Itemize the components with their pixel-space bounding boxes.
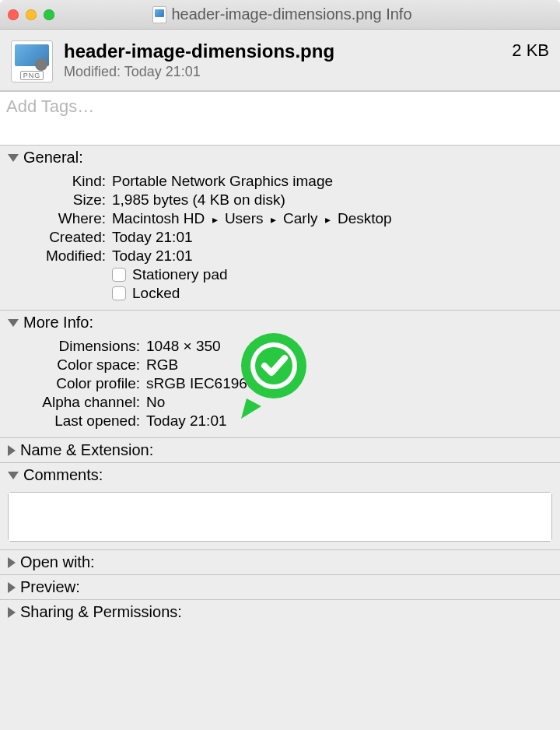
section-open-with: Open with:: [0, 550, 560, 575]
section-name-extension-title: Name & Extension:: [20, 441, 153, 459]
section-preview-title: Preview:: [20, 578, 80, 596]
path-separator-icon: ▸: [325, 213, 331, 226]
kind-label: Kind:: [11, 173, 106, 190]
section-sharing-permissions-title: Sharing & Permissions:: [20, 603, 182, 621]
disclosure-triangle-icon: [8, 582, 16, 593]
comments-box[interactable]: [8, 492, 552, 542]
document-icon: [152, 6, 166, 23]
section-name-extension-header[interactable]: Name & Extension:: [0, 438, 560, 462]
disclosure-triangle-icon: [8, 607, 16, 618]
alpha-value: No: [146, 394, 549, 411]
section-general-title: General:: [23, 149, 83, 167]
dimensions-label: Dimensions:: [11, 338, 140, 355]
section-comments-title: Comments:: [23, 466, 103, 484]
titlebar: header-image-dimensions.png Info: [0, 0, 560, 30]
modified-value: Today 21:01: [124, 64, 201, 79]
colorspace-value: RGB: [146, 356, 549, 374]
where-part: Carly: [283, 210, 317, 226]
tags-input[interactable]: [6, 97, 554, 117]
stationery-pad-row[interactable]: Stationery pad: [112, 266, 549, 283]
comments-input[interactable]: [9, 493, 551, 541]
disclosure-triangle-icon: [8, 557, 16, 568]
colorprofile-value: sRGB IEC61966-2.1: [146, 375, 549, 392]
locked-checkbox[interactable]: [112, 286, 126, 300]
colorspace-label: Color space:: [11, 356, 140, 374]
modified-label: Modified:: [64, 64, 121, 79]
section-open-with-title: Open with:: [20, 553, 95, 571]
header-summary: PNG header-image-dimensions.png Modified…: [0, 30, 560, 91]
colorprofile-label: Color profile:: [11, 375, 140, 392]
info-window: header-image-dimensions.png Info PNG hea…: [0, 0, 560, 730]
section-general: General: Kind: Portable Network Graphics…: [0, 146, 560, 311]
lastopened-value: Today 21:01: [146, 412, 549, 430]
section-more-info-header[interactable]: More Info:: [0, 311, 560, 335]
file-name: header-image-dimensions.png: [64, 40, 501, 62]
modified-label: Modified:: [11, 247, 106, 265]
file-thumbnail-icon: PNG: [11, 40, 53, 82]
section-sharing-permissions: Sharing & Permissions:: [0, 600, 560, 624]
section-preview: Preview:: [0, 575, 560, 600]
section-comments-header[interactable]: Comments:: [0, 463, 560, 487]
modified-value: Today 21:01: [112, 247, 549, 265]
alpha-label: Alpha channel:: [11, 394, 140, 411]
where-value: Macintosh HD ▸ Users ▸ Carly ▸ Desktop: [112, 210, 549, 227]
section-name-extension: Name & Extension:: [0, 438, 560, 463]
section-preview-header[interactable]: Preview:: [0, 575, 560, 599]
stationery-pad-label: Stationery pad: [132, 266, 228, 283]
section-comments: Comments:: [0, 463, 560, 550]
path-separator-icon: ▸: [212, 213, 218, 226]
where-part: Users: [225, 210, 264, 226]
stationery-pad-checkbox[interactable]: [112, 268, 126, 282]
window-title: header-image-dimensions.png Info: [171, 5, 411, 23]
window-title-wrap: header-image-dimensions.png Info: [12, 5, 552, 23]
where-part: Desktop: [338, 210, 392, 226]
where-label: Where:: [11, 210, 106, 227]
created-label: Created:: [11, 229, 106, 246]
kind-value: Portable Network Graphics image: [112, 173, 549, 190]
created-value: Today 21:01: [112, 229, 549, 246]
lastopened-label: Last opened:: [11, 412, 140, 430]
size-value: 1,985 bytes (4 KB on disk): [112, 191, 549, 209]
section-more-info: More Info: Dimensions: 1048 × 350 Color …: [0, 311, 560, 438]
disclosure-triangle-icon: [8, 472, 19, 479]
file-size-summary: 2 KB: [512, 40, 549, 61]
size-label: Size:: [11, 191, 106, 209]
disclosure-triangle-icon: [8, 319, 19, 327]
path-separator-icon: ▸: [271, 213, 276, 226]
locked-label: Locked: [132, 285, 180, 302]
dimensions-value: 1048 × 350: [146, 338, 549, 355]
section-more-info-title: More Info:: [23, 314, 93, 332]
locked-row[interactable]: Locked: [112, 285, 549, 302]
where-part: Macintosh HD: [112, 210, 205, 226]
disclosure-triangle-icon: [8, 154, 19, 162]
section-sharing-permissions-header[interactable]: Sharing & Permissions:: [0, 600, 560, 624]
disclosure-triangle-icon: [8, 445, 16, 456]
tags-area[interactable]: [0, 91, 560, 146]
modified-line: Modified: Today 21:01: [64, 64, 501, 80]
file-thumbnail-badge: PNG: [20, 71, 44, 80]
section-open-with-header[interactable]: Open with:: [0, 550, 560, 574]
section-general-header[interactable]: General:: [0, 146, 560, 170]
